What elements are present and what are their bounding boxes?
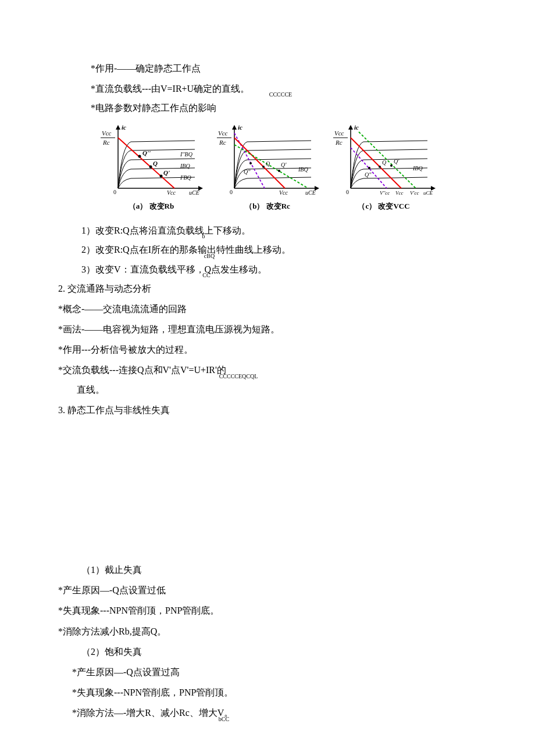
q: Q	[266, 160, 270, 167]
x-vcc: Vcc	[167, 189, 176, 196]
ibqp: I'BQ	[180, 174, 192, 181]
frac-bot: Rc	[219, 139, 226, 146]
line-13: 3. 静态工作点与非线性失真	[58, 400, 477, 420]
line-14: （1）截止失真	[81, 560, 477, 580]
svg-marker-21	[348, 125, 353, 130]
x-uce: uCE	[423, 190, 433, 196]
x-vcc: Vcc	[395, 190, 404, 196]
diagram-b: ic Vcc Rc 0 Q'' Q Q' IBQ	[212, 121, 323, 215]
x-uce: uCE	[189, 189, 199, 196]
qpp: Q''	[244, 169, 251, 175]
diagram-a: ic Vcc Rc 0 Q'' Q Q'	[96, 121, 206, 215]
svg-point-7	[149, 165, 152, 168]
diagram-a-caption: （a） 改变Rb	[96, 198, 206, 215]
svg-point-8	[160, 174, 163, 177]
qpp: Q''	[142, 149, 151, 156]
frac-top: Vcc	[102, 130, 112, 137]
y-label: ic	[238, 124, 242, 131]
ibq: IBQ	[412, 165, 423, 171]
svg-line-5	[118, 138, 174, 188]
ibqpp: I''BQ	[180, 151, 193, 157]
svg-point-30	[390, 164, 393, 167]
y-label: ic	[122, 124, 126, 131]
diagram-row: ic Vcc Rc 0 Q'' Q Q'	[58, 121, 477, 215]
x-vcc: Vcc	[279, 189, 288, 196]
blank-space	[58, 420, 477, 560]
diagram-c: ic Vcc Rc 0 Q'' Q Q' IBQ	[329, 121, 439, 215]
line-7: 2. 交流通路与动态分析	[58, 278, 477, 299]
qp: Q'	[394, 158, 400, 164]
frac-bot: Rc	[335, 139, 343, 146]
svg-point-18	[262, 166, 265, 168]
line-10: *作用---分析信号被放大的过程。	[58, 339, 477, 360]
diagram-c-svg: ic Vcc Rc 0 Q'' Q Q' IBQ	[329, 121, 439, 197]
line-18: （2）饱和失真	[81, 642, 477, 662]
svg-line-16	[234, 145, 308, 188]
qp: Q'	[281, 162, 287, 168]
svg-point-17	[249, 162, 252, 164]
line-21-sub: bCC	[0, 716, 477, 722]
svg-point-29	[379, 166, 381, 168]
line-8: *概念-——交流电流流通的回路	[58, 299, 477, 319]
q: Q	[153, 160, 158, 167]
svg-point-6	[138, 155, 141, 157]
line-20: *失真现象---NPN管削底，PNP管削顶。	[72, 682, 477, 703]
ibq: IBQ	[298, 166, 308, 173]
y-label: ic	[354, 124, 359, 131]
line-3: *电路参数对静态工作点的影响	[91, 98, 477, 118]
diagram-b-svg: ic Vcc Rc 0 Q'' Q Q' IBQ	[212, 121, 323, 197]
svg-line-27	[359, 132, 416, 188]
svg-point-28	[368, 167, 370, 169]
line-17: *消除方法减小Rb,提高Q。	[58, 621, 477, 642]
diagram-a-svg: ic Vcc Rc 0 Q'' Q Q'	[96, 121, 206, 197]
qp: Q'	[163, 169, 170, 176]
q: Q	[382, 159, 387, 166]
line-19: *产生原因—-Q点设置过高	[72, 662, 477, 682]
x-uce: uCE	[305, 189, 316, 196]
svg-marker-10	[232, 125, 237, 130]
origin: 0	[113, 189, 116, 195]
frac-top: Vcc	[218, 130, 228, 137]
svg-point-19	[278, 170, 280, 172]
origin: 0	[230, 189, 233, 195]
origin: 0	[346, 189, 349, 195]
diagram-b-caption: （b） 改变Rc	[212, 198, 323, 215]
line-16: *失真现象---NPN管削顶，PNP管削底。	[58, 600, 477, 621]
line-1: *作用-——确定静态工作点	[91, 58, 477, 78]
diagram-c-caption: （c） 改变VCC	[329, 198, 439, 215]
x-vccp: V'cc	[410, 190, 419, 196]
line-9: *画法-——电容视为短路，理想直流电压源视为短路。	[58, 319, 477, 339]
document-body: *作用-——确定静态工作点 *直流负载线---由V=IR+U确定的直线。 CCC…	[0, 0, 535, 756]
x-vccpp: V''cc	[380, 190, 390, 196]
svg-marker-1	[116, 125, 120, 130]
line-15: *产生原因—-Q点设置过低	[58, 580, 477, 600]
frac-bot: Rc	[102, 139, 110, 146]
line-12: 直线。	[77, 379, 477, 400]
frac-top: Vcc	[334, 130, 344, 137]
ibq: IBQ	[180, 163, 190, 169]
qpp: Q''	[365, 171, 372, 178]
